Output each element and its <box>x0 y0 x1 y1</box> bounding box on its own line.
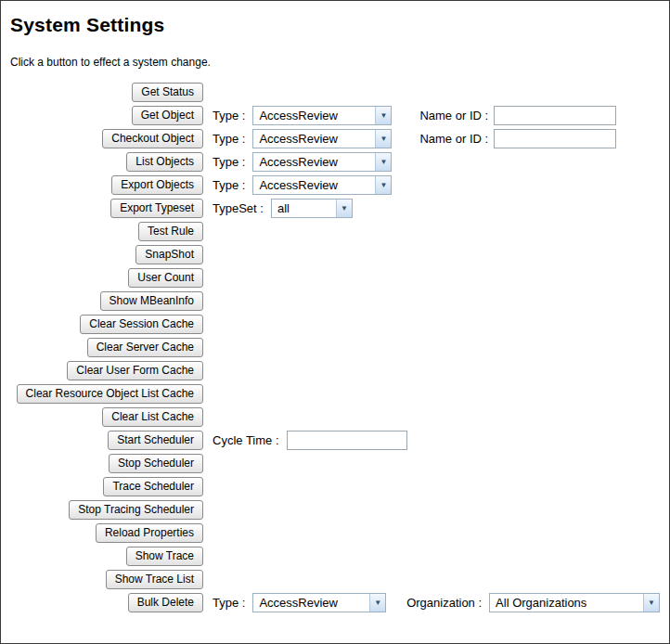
type-label: Type : <box>213 155 245 169</box>
button-cell: Stop Scheduler <box>10 454 203 473</box>
chevron-down-icon: ▼ <box>643 594 659 612</box>
organization-label: Organization : <box>406 596 482 610</box>
select-value: AccessReview <box>253 155 343 169</box>
clear-resource-object-list-cache-button[interactable]: Clear Resource Object List Cache <box>17 384 203 404</box>
clear-list-cache-button[interactable]: Clear List Cache <box>102 407 203 427</box>
checkout-object-type-select[interactable]: AccessReview ▼ <box>252 129 392 148</box>
show-trace-button[interactable]: Show Trace <box>126 547 203 566</box>
button-cell: Clear Session Cache <box>10 315 203 334</box>
button-cell: Clear Server Cache <box>10 338 203 357</box>
row-reload-properties: Reload Properties <box>10 522 660 545</box>
select-value: AccessReview <box>253 596 343 610</box>
button-cell: Show MBeanInfo <box>10 291 203 311</box>
start-scheduler-button[interactable]: Start Scheduler <box>108 431 203 450</box>
type-label: Type : <box>213 109 245 122</box>
cycle-time-input[interactable] <box>287 431 407 450</box>
button-cell: Export Typeset <box>10 199 203 218</box>
get-object-type-select[interactable]: AccessReview ▼ <box>252 106 392 125</box>
page-title: System Settings <box>10 14 660 36</box>
row-user-count: User Count <box>10 266 660 290</box>
export-objects-button[interactable]: Export Objects <box>111 175 203 195</box>
button-cell: Test Rule <box>10 222 203 241</box>
user-count-button[interactable]: User Count <box>128 268 203 288</box>
button-cell: Show Trace <box>10 547 203 566</box>
button-cell: SnapShot <box>10 245 203 264</box>
chevron-down-icon: ▼ <box>375 176 391 194</box>
row-test-rule: Test Rule <box>10 220 660 243</box>
select-value: all <box>272 201 295 215</box>
select-value: AccessReview <box>253 178 343 192</box>
row-get-object: Get Object Type : AccessReview ▼ Name or… <box>10 104 660 127</box>
button-cell: Reload Properties <box>10 523 203 543</box>
select-value: All Organizations <box>490 596 592 610</box>
test-rule-button[interactable]: Test Rule <box>138 222 203 241</box>
chevron-down-icon: ▼ <box>375 107 391 124</box>
cycle-time-label: Cycle Time : <box>213 433 279 447</box>
button-cell: Get Status <box>10 83 203 102</box>
chevron-down-icon: ▼ <box>369 594 385 612</box>
export-typeset-button[interactable]: Export Typeset <box>110 199 203 218</box>
button-cell: Get Object <box>10 106 203 125</box>
get-object-name-input[interactable] <box>494 106 616 125</box>
typeset-label: TypeSet : <box>213 201 264 215</box>
bulk-delete-button[interactable]: Bulk Delete <box>128 593 203 612</box>
button-cell: Show Trace List <box>10 570 203 589</box>
button-cell: Stop Tracing Scheduler <box>10 500 203 520</box>
button-cell: Clear Resource Object List Cache <box>10 384 203 404</box>
stop-scheduler-button[interactable]: Stop Scheduler <box>109 454 203 473</box>
chevron-down-icon: ▼ <box>375 153 391 171</box>
row-stop-scheduler: Stop Scheduler <box>10 452 660 475</box>
list-objects-button[interactable]: List Objects <box>126 152 203 172</box>
export-typeset-select[interactable]: all ▼ <box>271 199 353 218</box>
row-start-scheduler: Start Scheduler Cycle Time : <box>10 429 660 452</box>
row-snapshot: SnapShot <box>10 243 660 266</box>
show-mbeaninfo-button[interactable]: Show MBeanInfo <box>100 291 203 311</box>
get-status-button[interactable]: Get Status <box>132 83 203 102</box>
page-subtitle: Click a button to effect a system change… <box>10 56 660 69</box>
row-clear-resource-object-list-cache: Clear Resource Object List Cache <box>10 382 660 406</box>
page-frame: System Settings Click a button to effect… <box>0 0 670 644</box>
list-objects-type-select[interactable]: AccessReview ▼ <box>252 152 392 172</box>
button-cell: Export Objects <box>10 175 203 195</box>
row-get-status: Get Status <box>10 81 660 104</box>
row-show-mbeaninfo: Show MBeanInfo <box>10 290 660 313</box>
get-object-button[interactable]: Get Object <box>132 106 203 125</box>
stop-tracing-scheduler-button[interactable]: Stop Tracing Scheduler <box>69 500 203 520</box>
row-clear-user-form-cache: Clear User Form Cache <box>10 359 660 382</box>
row-list-objects: List Objects Type : AccessReview ▼ <box>10 150 660 174</box>
row-clear-server-cache: Clear Server Cache <box>10 336 660 359</box>
button-cell: Clear List Cache <box>10 407 203 427</box>
clear-session-cache-button[interactable]: Clear Session Cache <box>80 315 203 334</box>
row-stop-tracing-scheduler: Stop Tracing Scheduler <box>10 498 660 522</box>
name-or-id-label: Name or ID : <box>419 109 488 122</box>
reload-properties-button[interactable]: Reload Properties <box>96 523 203 543</box>
button-cell: Bulk Delete <box>10 593 203 612</box>
snapshot-button[interactable]: SnapShot <box>135 245 203 264</box>
row-bulk-delete: Bulk Delete Type : AccessReview ▼ Organi… <box>10 591 660 614</box>
show-trace-list-button[interactable]: Show Trace List <box>106 570 203 589</box>
row-checkout-object: Checkout Object Type : AccessReview ▼ Na… <box>10 127 660 150</box>
clear-server-cache-button[interactable]: Clear Server Cache <box>87 338 203 357</box>
button-cell: Checkout Object <box>10 129 203 148</box>
settings-rows: Get Status Get Object Type : AccessRevie… <box>10 81 660 614</box>
name-or-id-label: Name or ID : <box>419 132 488 146</box>
bulk-delete-organization-select[interactable]: All Organizations ▼ <box>489 593 660 612</box>
checkout-object-name-input[interactable] <box>494 129 616 148</box>
button-cell: User Count <box>10 268 203 288</box>
button-cell: List Objects <box>10 152 203 172</box>
export-objects-type-select[interactable]: AccessReview ▼ <box>252 175 392 195</box>
row-clear-list-cache: Clear List Cache <box>10 406 660 429</box>
type-label: Type : <box>213 178 245 192</box>
trace-scheduler-button[interactable]: Trace Scheduler <box>103 477 203 496</box>
button-cell: Start Scheduler <box>10 431 203 450</box>
checkout-object-button[interactable]: Checkout Object <box>102 129 203 148</box>
row-show-trace: Show Trace <box>10 545 660 568</box>
type-label: Type : <box>213 596 245 610</box>
button-cell: Clear User Form Cache <box>10 361 203 380</box>
bulk-delete-type-select[interactable]: AccessReview ▼ <box>252 593 386 612</box>
clear-user-form-cache-button[interactable]: Clear User Form Cache <box>67 361 203 380</box>
chevron-down-icon: ▼ <box>375 130 391 148</box>
row-export-typeset: Export Typeset TypeSet : all ▼ <box>10 197 660 220</box>
select-value: AccessReview <box>253 109 343 122</box>
row-show-trace-list: Show Trace List <box>10 568 660 591</box>
